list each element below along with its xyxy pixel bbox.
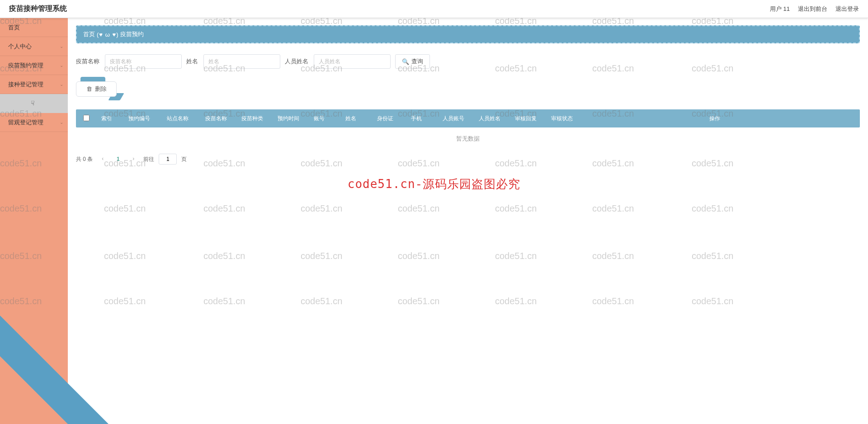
user-label[interactable]: 用户 11	[770, 5, 790, 13]
sidebar-item-observe-reg[interactable]: 留观登记管理 ⌄	[0, 113, 68, 132]
th-name: 姓名	[341, 115, 373, 122]
pagination: 共 0 条 ‹ 1 › 前往 页	[76, 154, 860, 165]
chevron-down-icon: ⌄	[60, 113, 63, 132]
decor-triangle-salmon	[0, 356, 68, 424]
chevron-down-icon: ⌄	[60, 37, 63, 56]
main-content: 首页 (♥ ω ♥) 疫苗预约 疫苗名称 姓名 人员姓名 🔍 查询 🗑 删除	[68, 18, 868, 424]
sidebar-item-profile[interactable]: 个人中心 ⌄	[0, 37, 68, 56]
pagination-prev[interactable]: ‹	[97, 154, 108, 165]
delete-button-label: 删除	[95, 81, 107, 97]
app-title: 疫苗接种管理系统	[9, 4, 67, 14]
sidebar-item-label: 留观登记管理	[8, 119, 43, 126]
search-button[interactable]: 🔍 查询	[395, 54, 430, 69]
th-appt-no: 预约编号	[124, 115, 162, 122]
search-icon: 🔍	[402, 58, 409, 65]
th-review-reply: 审核回复	[510, 115, 547, 122]
chevron-down-icon: ⌄	[60, 56, 63, 75]
delete-button[interactable]: 🗑 删除	[76, 81, 117, 97]
pagination-next[interactable]: ›	[128, 154, 139, 165]
table-header: 索引 预约编号 站点名称 疫苗名称 疫苗种类 预约时间 账号 姓名 身份证 手机…	[76, 109, 860, 127]
trash-icon: 🗑	[86, 81, 92, 97]
logout-link[interactable]: 退出登录	[835, 5, 859, 13]
vaccine-name-input[interactable]	[105, 54, 182, 69]
select-all-checkbox[interactable]	[83, 115, 90, 121]
pagination-total: 共 0 条	[76, 155, 93, 163]
breadcrumb-home[interactable]: 首页	[83, 30, 95, 38]
select-all-cell	[76, 115, 97, 122]
breadcrumb-emoji-icon: (♥ ω ♥)	[97, 31, 118, 38]
breadcrumb: 首页 (♥ ω ♥) 疫苗预约	[76, 25, 860, 43]
th-vaccine-name: 疫苗名称	[201, 115, 237, 122]
sidebar-item-label: 个人中心	[8, 43, 32, 50]
sidebar-item-label: 首页	[8, 24, 20, 31]
name-input[interactable]	[203, 54, 280, 69]
th-index: 索引	[97, 115, 124, 122]
th-staff-account: 人员账号	[438, 115, 474, 122]
delete-wrap: 🗑 删除	[76, 81, 117, 97]
search-label-staff: 人员姓名	[285, 57, 308, 66]
th-appt-time: 预约时间	[273, 115, 309, 122]
search-label-name: 姓名	[186, 57, 198, 66]
pagination-current[interactable]: 1	[113, 154, 123, 165]
th-operate: 操作	[583, 115, 860, 122]
pagination-goto-input[interactable]	[159, 154, 177, 165]
search-row: 疫苗名称 姓名 人员姓名 🔍 查询	[76, 54, 860, 69]
sidebar-item-home[interactable]: 首页	[0, 18, 68, 37]
th-site: 站点名称	[162, 115, 201, 122]
sidebar-item-label: 疫苗预约管理	[8, 62, 43, 69]
search-button-label: 查询	[411, 57, 423, 66]
cursor-pointer-icon: ☟	[31, 99, 35, 107]
delete-decor-top	[80, 77, 105, 81]
sidebar-item-label: 接种登记管理	[8, 81, 43, 88]
breadcrumb-current: 疫苗预约	[120, 30, 144, 38]
sidebar-hover-gap: ☟	[0, 94, 68, 113]
table-empty: 暂无数据	[76, 127, 860, 150]
pagination-unit: 页	[181, 155, 187, 163]
pagination-goto-label: 前往	[143, 155, 154, 163]
th-staff-name: 人员姓名	[474, 115, 510, 122]
chevron-down-icon: ⌄	[60, 75, 63, 94]
th-account: 账号	[309, 115, 341, 122]
top-header: 疫苗接种管理系统 用户 11 退出到前台 退出登录	[0, 0, 868, 18]
search-label-vaccine: 疫苗名称	[76, 57, 99, 66]
to-front-link[interactable]: 退出到前台	[798, 5, 827, 13]
header-right: 用户 11 退出到前台 退出登录	[770, 5, 859, 13]
th-idcard: 身份证	[373, 115, 406, 122]
staff-name-input[interactable]	[314, 54, 391, 69]
sidebar-item-vaccine-appt[interactable]: 疫苗预约管理 ⌄	[0, 56, 68, 75]
sidebar-item-vaccine-reg[interactable]: 接种登记管理 ⌄	[0, 75, 68, 94]
th-vaccine-type: 疫苗种类	[237, 115, 273, 122]
th-review-status: 审核状态	[547, 115, 583, 122]
th-phone: 手机	[406, 115, 438, 122]
